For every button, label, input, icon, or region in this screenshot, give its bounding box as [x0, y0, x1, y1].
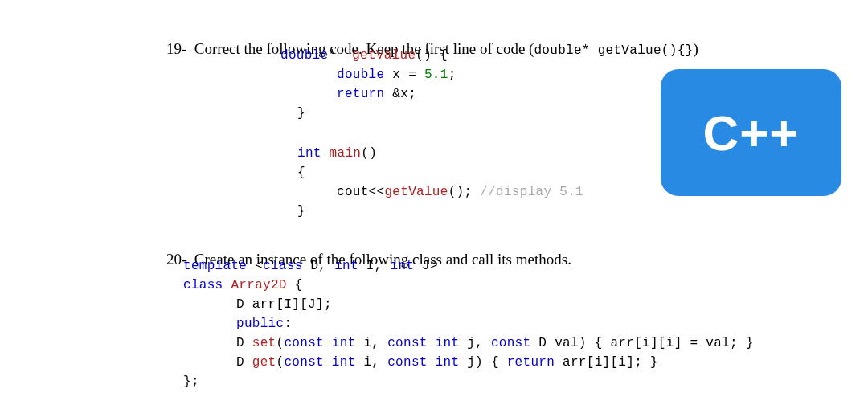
code20-line-7: }; — [183, 374, 199, 389]
cpp-badge-label: C++ — [702, 104, 799, 162]
q19-prompt-suffix: ) — [693, 40, 698, 57]
code-line-4: } — [297, 106, 305, 121]
code-line-5: int main() — [297, 146, 377, 161]
cpp-badge: C++ — [661, 69, 841, 196]
code-line-3: return &x; — [337, 87, 416, 101]
code20-line-4: public: — [236, 317, 292, 331]
code-line-8: } — [297, 204, 305, 219]
code-line-1: double* getValue() { — [280, 48, 448, 63]
q19-prompt-code: double* getValue(){} — [534, 43, 693, 58]
code-line-7: cout<<getValue(); //display 5.1 — [337, 185, 583, 199]
code-line-2: double x = 5.1; — [337, 67, 457, 82]
page: 19- Correct the following code. Keep the… — [0, 0, 868, 409]
code20-line-5: D set(const int i, const int j, const D … — [236, 336, 754, 350]
code20-line-2: class Array2D { — [183, 278, 303, 292]
code20-line-6: D get(const int i, const int j) { return… — [236, 355, 658, 370]
code-line-6: { — [297, 166, 305, 180]
code20-line-1: template <class D, int I, int J> — [183, 259, 438, 273]
code20-line-3: D arr[I][J]; — [236, 297, 332, 312]
